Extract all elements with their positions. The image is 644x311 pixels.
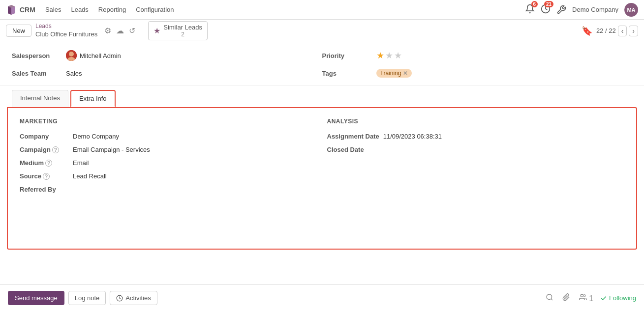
salesperson-avatar-icon — [66, 50, 77, 61]
sales-team-label: Sales Team — [12, 70, 61, 77]
tags-row: Tags Training ✕ — [322, 67, 633, 80]
user-avatar[interactable]: MA — [624, 3, 638, 17]
tab-internal-notes-label: Internal Notes — [20, 94, 60, 102]
tag-training: Training ✕ — [376, 69, 412, 78]
followers-button[interactable]: 1 — [577, 291, 595, 305]
similar-leads-label: Similar Leads — [163, 24, 202, 31]
company-name: Demo Company — [572, 6, 618, 13]
svg-marker-1 — [8, 6, 11, 15]
clock-notifications[interactable]: 21 — [541, 4, 551, 15]
medium-value: Email — [73, 159, 89, 167]
breadcrumb-right: 🔖 22 / 22 ‹ › — [582, 26, 638, 36]
tabs-bar: Internal Notes Extra Info — [0, 86, 644, 107]
crm-logo-icon — [6, 4, 17, 15]
send-message-button[interactable]: Send message — [8, 291, 64, 305]
tab-internal-notes[interactable]: Internal Notes — [12, 90, 68, 107]
undo-action-button[interactable]: ↺ — [128, 25, 136, 36]
marketing-section: MARKETING Company Demo Company Campaign … — [20, 118, 317, 199]
notification-bell[interactable]: 6 — [525, 4, 535, 15]
sales-team-row: Sales Team Sales — [12, 67, 322, 80]
breadcrumb-current: Club Office Furnitures — [35, 30, 97, 39]
checkmark-icon — [600, 295, 607, 302]
main-content: Salesperson Mitchell Admin Priority ★ ★ … — [0, 42, 644, 250]
source-value: Lead Recall — [73, 172, 107, 180]
wrench-icon[interactable] — [556, 5, 566, 15]
app-name: CRM — [20, 6, 35, 14]
campaign-row: Campaign ? Email Campaign - Services — [20, 146, 317, 153]
pagination-prev-button[interactable]: ‹ — [618, 26, 627, 36]
priority-star-2[interactable]: ★ — [385, 50, 393, 61]
closed-date-row: Closed Date — [327, 146, 625, 153]
menu-sales[interactable]: Sales — [45, 6, 61, 13]
salesperson-label: Salesperson — [12, 52, 61, 59]
similar-leads-count: 2 — [163, 31, 202, 38]
tag-remove-button[interactable]: ✕ — [403, 70, 408, 77]
similar-leads-button[interactable]: ★ Similar Leads 2 — [148, 21, 208, 41]
app-logo[interactable]: CRM — [6, 4, 35, 15]
menu-reporting[interactable]: Reporting — [98, 6, 126, 13]
menu-leads[interactable]: Leads — [71, 6, 88, 13]
following-label: Following — [609, 294, 636, 302]
company-row: Company Demo Company — [20, 133, 317, 140]
medium-label: Medium ? — [20, 159, 69, 167]
pagination-next-button[interactable]: › — [629, 26, 638, 36]
action-bar: Send message Log note Activities 1 — [0, 284, 644, 311]
new-button[interactable]: New — [6, 25, 31, 37]
cloud-action-button[interactable]: ☁ — [115, 25, 125, 36]
priority-star-1[interactable]: ★ — [376, 50, 384, 61]
assignment-date-label: Assignment Date — [327, 133, 379, 140]
priority-label: Priority — [322, 52, 371, 59]
followers-icon — [579, 293, 587, 301]
tab-content-extra-info: MARKETING Company Demo Company Campaign … — [7, 107, 637, 250]
clock-badge: 21 — [544, 1, 553, 7]
campaign-value: Email Campaign - Services — [73, 146, 150, 153]
tags-label: Tags — [322, 70, 371, 77]
svg-point-5 — [69, 52, 74, 57]
tab-extra-info[interactable]: Extra Info — [70, 90, 116, 107]
campaign-label: Campaign ? — [20, 146, 69, 153]
priority-star-3[interactable]: ★ — [394, 50, 402, 61]
company-value: Demo Company — [73, 133, 119, 140]
referred-by-label: Referred By — [20, 186, 69, 193]
breadcrumb-parent[interactable]: Leads — [35, 23, 97, 30]
marketing-title: MARKETING — [20, 118, 317, 125]
assignment-date-row: Assignment Date 11/09/2023 06:38:31 — [327, 133, 625, 140]
tag-training-label: Training — [380, 70, 401, 77]
campaign-help-icon[interactable]: ? — [52, 146, 59, 153]
activities-button[interactable]: Activities — [110, 291, 157, 305]
source-help-icon[interactable]: ? — [43, 173, 50, 180]
analysis-title: ANALYSIS — [327, 118, 625, 125]
company-label: Company — [20, 133, 69, 140]
activities-icon — [116, 295, 123, 302]
search-action-button[interactable] — [544, 291, 555, 305]
source-row: Source ? Lead Recall — [20, 172, 317, 180]
activities-label: Activities — [125, 294, 151, 302]
svg-line-9 — [551, 299, 552, 300]
svg-point-10 — [581, 294, 583, 297]
salesperson-name: Mitchell Admin — [80, 52, 121, 59]
breadcrumb-bar: New Leads Club Office Furnitures ⚙ ☁ ↺ ★… — [0, 20, 644, 42]
paperclip-action-button[interactable] — [560, 291, 572, 305]
source-label: Source ? — [20, 172, 69, 180]
breadcrumb: Leads Club Office Furnitures — [35, 23, 97, 38]
referred-by-row: Referred By — [20, 186, 317, 193]
analysis-section: ANALYSIS Assignment Date 11/09/2023 06:3… — [327, 118, 625, 199]
action-bar-right: 1 Following — [544, 291, 636, 305]
menu-configuration[interactable]: Configuration — [136, 6, 174, 13]
followers-count: 1 — [589, 294, 593, 303]
settings-action-button[interactable]: ⚙ — [103, 25, 112, 36]
breadcrumb-actions: ⚙ ☁ ↺ — [103, 25, 136, 36]
bookmark-button[interactable]: 🔖 — [582, 26, 592, 36]
salesperson-avatar — [66, 50, 77, 61]
top-navigation: CRM Sales Leads Reporting Configuration … — [0, 0, 644, 20]
medium-row: Medium ? Email — [20, 159, 317, 167]
tags-field: Training ✕ — [376, 69, 412, 78]
log-note-button[interactable]: Log note — [68, 291, 106, 305]
fields-section: Salesperson Mitchell Admin Priority ★ ★ … — [0, 42, 644, 86]
paperclip-icon — [562, 293, 570, 301]
similar-leads-star-icon: ★ — [153, 26, 160, 35]
medium-help-icon[interactable]: ? — [45, 160, 52, 167]
tab-extra-info-label: Extra Info — [79, 95, 107, 102]
priority-row: Priority ★ ★ ★ — [322, 48, 633, 63]
salesperson-value: Mitchell Admin — [66, 50, 121, 61]
